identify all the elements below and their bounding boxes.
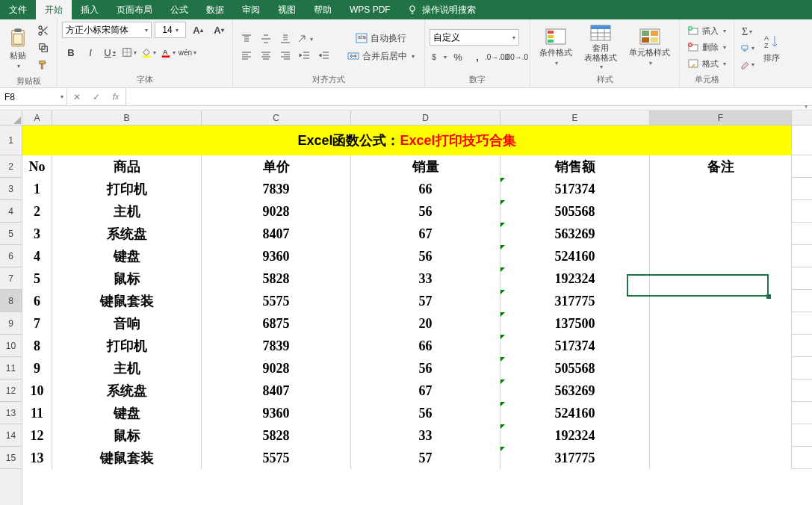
cell[interactable]: 9	[22, 357, 52, 379]
decrease-font-button[interactable]: A▾	[210, 22, 228, 38]
cell[interactable]: 56	[351, 200, 500, 223]
cell[interactable]: 主机	[52, 357, 202, 379]
cell[interactable]: 系统盘	[52, 379, 202, 402]
cell[interactable]: 6	[22, 290, 52, 312]
row-headers[interactable]: 123456789101112131415	[0, 126, 22, 505]
cell[interactable]: 单价	[202, 155, 351, 178]
fx-button[interactable]: fx	[106, 88, 125, 105]
cell[interactable]: 317775	[500, 290, 650, 312]
cell[interactable]: 317775	[500, 447, 650, 469]
cell[interactable]: 192324	[500, 424, 650, 447]
cell[interactable]: 5575	[202, 447, 351, 469]
format-painter-button[interactable]	[36, 58, 51, 72]
col-header-D[interactable]: D	[351, 111, 500, 125]
increase-decimal-button[interactable]: .0→.00	[488, 49, 506, 65]
conditional-format-button[interactable]: 条件格式▾	[535, 26, 577, 68]
format-as-table-button[interactable]: 套用 表格格式▾	[580, 22, 622, 71]
paste-button[interactable]: 粘贴 ▾	[4, 25, 31, 71]
align-bottom-button[interactable]	[276, 31, 294, 46]
cell[interactable]: 鼠标	[52, 424, 202, 447]
cell[interactable]: 5828	[202, 424, 351, 447]
cut-button[interactable]	[36, 23, 51, 38]
underline-button[interactable]: U▾	[101, 44, 119, 61]
fill-button[interactable]: ▾	[739, 41, 755, 56]
cell[interactable]: 3	[22, 223, 52, 245]
col-header-C[interactable]: C	[202, 111, 351, 125]
cell[interactable]: 4	[22, 245, 52, 267]
cell[interactable]	[650, 447, 792, 469]
cell[interactable]: 5575	[202, 290, 351, 312]
formula-input[interactable]	[126, 88, 812, 105]
cell[interactable]: 9360	[202, 245, 351, 267]
cell[interactable]: 57	[351, 290, 500, 312]
menu-tab-7[interactable]: 视图	[269, 0, 305, 19]
cell[interactable]: 2	[22, 200, 52, 223]
cell[interactable]: 56	[351, 357, 500, 379]
cell[interactable]: 517374	[500, 335, 650, 357]
cell[interactable]: 6875	[202, 312, 351, 335]
increase-indent-button[interactable]	[315, 48, 333, 63]
insert-cells-button[interactable]: 插入▾	[684, 23, 729, 38]
cell[interactable]	[650, 245, 792, 267]
menu-tab-8[interactable]: 帮助	[305, 0, 341, 19]
cell[interactable]: 销量	[351, 155, 500, 178]
row-header-9[interactable]: 9	[0, 312, 22, 335]
decrease-decimal-button[interactable]: .00→.0	[507, 49, 525, 65]
cell[interactable]	[650, 290, 792, 312]
row-header-1[interactable]: 1	[0, 126, 22, 155]
cell[interactable]: 517374	[500, 178, 650, 200]
cell[interactable]: 键鼠套装	[52, 290, 202, 312]
cell[interactable]: 5	[22, 267, 52, 290]
comma-button[interactable]: ,	[468, 49, 486, 65]
cell[interactable]: 主机	[52, 200, 202, 223]
cell[interactable]: 打印机	[52, 335, 202, 357]
cell[interactable]: 563269	[500, 379, 650, 402]
menu-tab-3[interactable]: 页面布局	[108, 0, 161, 19]
cell[interactable]: 键鼠套装	[52, 447, 202, 469]
accounting-format-button[interactable]: $▾	[430, 49, 447, 65]
percent-button[interactable]: %	[449, 49, 467, 65]
cell[interactable]: 9028	[202, 200, 351, 223]
cell[interactable]: 9028	[202, 357, 351, 379]
col-header-B[interactable]: B	[52, 111, 202, 125]
cell[interactable]: 56	[351, 245, 500, 267]
cell[interactable]: 67	[351, 223, 500, 245]
cell[interactable]	[650, 357, 792, 379]
cell[interactable]: 7839	[202, 335, 351, 357]
cell[interactable]: 8407	[202, 223, 351, 245]
row-header-6[interactable]: 6	[0, 245, 22, 267]
row-header-11[interactable]: 11	[0, 357, 22, 379]
cell[interactable]: 56	[351, 402, 500, 424]
cell[interactable]: 11	[22, 402, 52, 424]
cell[interactable]	[650, 424, 792, 447]
menu-tab-6[interactable]: 审阅	[233, 0, 269, 19]
cell[interactable]: 7839	[202, 178, 351, 200]
cell[interactable]: 打印机	[52, 178, 202, 200]
row-header-2[interactable]: 2	[0, 155, 22, 178]
col-header-E[interactable]: E	[500, 111, 650, 125]
cell[interactable]	[650, 335, 792, 357]
row-header-15[interactable]: 15	[0, 447, 22, 469]
cell[interactable]: 8407	[202, 379, 351, 402]
enter-formula-button[interactable]: ✓	[87, 88, 106, 105]
increase-font-button[interactable]: A▴	[189, 22, 207, 38]
wrap-text-button[interactable]: ab 自动换行	[342, 30, 420, 46]
cell[interactable]	[650, 402, 792, 424]
cell[interactable]: 33	[351, 424, 500, 447]
font-size-select[interactable]: 14▾	[155, 22, 186, 38]
cell[interactable]: 137500	[500, 312, 650, 335]
cell[interactable]	[650, 379, 792, 402]
autosum-button[interactable]: Σ▾	[739, 25, 755, 40]
align-middle-button[interactable]	[257, 31, 275, 46]
clear-button[interactable]: ▾	[739, 58, 755, 72]
bold-button[interactable]: B	[62, 44, 80, 61]
cell[interactable]: 系统盘	[52, 223, 202, 245]
cell[interactable]: 563269	[500, 223, 650, 245]
cell[interactable]: 505568	[500, 200, 650, 223]
cell[interactable]	[650, 200, 792, 223]
cell[interactable]	[650, 178, 792, 200]
column-headers[interactable]: ABCDEF	[22, 111, 812, 126]
cell[interactable]: 33	[351, 267, 500, 290]
title-cell[interactable]: Excel函数公式：Excel打印技巧合集	[22, 126, 792, 155]
copy-button[interactable]	[36, 40, 51, 55]
